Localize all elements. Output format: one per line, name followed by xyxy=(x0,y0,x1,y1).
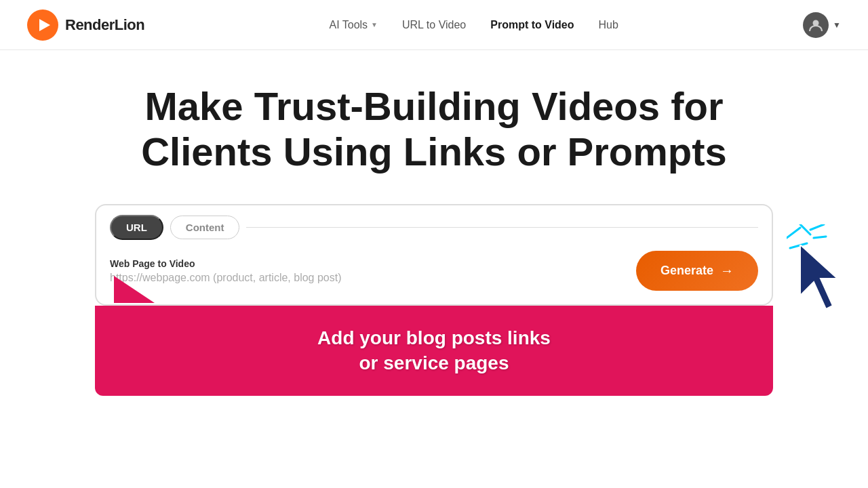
svg-line-8 xyxy=(814,237,826,238)
nav: AI Tools ▼ URL to Video Prompt to Video … xyxy=(329,19,618,31)
arrow-icon: → xyxy=(720,263,734,279)
tab-divider xyxy=(246,227,758,228)
svg-line-6 xyxy=(800,224,810,235)
tabs-row: URL Content xyxy=(96,205,772,240)
nav-item-url-to-video[interactable]: URL to Video xyxy=(402,19,466,31)
user-icon xyxy=(808,18,823,33)
hero-headline: Make Trust-Building Videos for Clients U… xyxy=(122,84,746,174)
scatter-lines-icon xyxy=(787,224,827,251)
user-chevron-icon: ▼ xyxy=(833,20,841,30)
logo-icon xyxy=(27,9,58,41)
logo-text: RenderLion xyxy=(65,16,144,34)
banner-text-line1: Add your blog posts links xyxy=(122,326,746,350)
generate-button[interactable]: Generate → xyxy=(636,251,758,291)
user-menu[interactable]: ▼ xyxy=(803,12,841,38)
url-text-area: Web Page to Video https://webpage.com (p… xyxy=(110,258,625,284)
mouse-cursor-icon xyxy=(793,245,848,312)
header: RenderLion AI Tools ▼ URL to Video Promp… xyxy=(0,0,868,50)
logo[interactable]: RenderLion xyxy=(27,9,144,41)
tab-content[interactable]: Content xyxy=(170,216,240,239)
pink-banner: Add your blog posts links or service pag… xyxy=(95,306,773,396)
url-input-card: URL Content Web Page to Video https://we… xyxy=(95,204,773,306)
nav-item-hub[interactable]: Hub xyxy=(599,19,618,31)
nav-item-ai-tools[interactable]: AI Tools ▼ xyxy=(329,19,378,31)
nav-item-prompt-to-video[interactable]: Prompt to Video xyxy=(490,19,574,31)
svg-line-7 xyxy=(810,224,824,230)
svg-marker-9 xyxy=(800,245,837,309)
svg-line-4 xyxy=(787,228,800,238)
input-label: Web Page to Video xyxy=(110,258,625,269)
chevron-down-icon: ▼ xyxy=(371,21,378,28)
banner-text-line2: or service pages xyxy=(122,351,746,375)
svg-line-5 xyxy=(790,243,807,248)
user-avatar xyxy=(803,12,829,38)
main-content: Make Trust-Building Videos for Clients U… xyxy=(0,50,868,396)
tab-url[interactable]: URL xyxy=(110,215,163,240)
input-body: Web Page to Video https://webpage.com (p… xyxy=(96,240,772,304)
url-input[interactable]: https://webpage.com (product, article, b… xyxy=(110,272,625,284)
